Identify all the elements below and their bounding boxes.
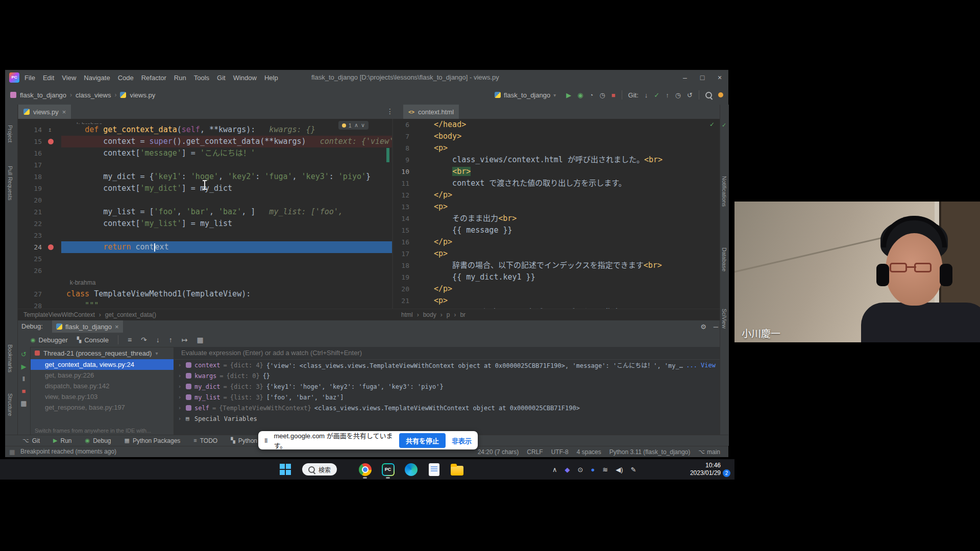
code-line[interactable]: 15 {{ message }} [393, 224, 720, 236]
code-line[interactable]: 10 <br> [393, 166, 720, 178]
line-number[interactable]: 23 [17, 230, 42, 241]
expand-icon[interactable]: › [178, 384, 183, 389]
line-number[interactable]: 24 [17, 241, 42, 253]
editor-context-html[interactable]: ✓ 6</head>7<body>8<p>9 class_views/conte… [393, 119, 720, 309]
coverage-button[interactable]: ◔ [590, 92, 594, 98]
git-history-icon[interactable]: ◷ [675, 92, 681, 98]
run-button[interactable]: ▶ [566, 92, 571, 98]
show-execution-point-icon[interactable]: ≡ [128, 336, 132, 343]
variable-row[interactable]: ›my_list = {list: 3} ['foo', 'bar', 'baz… [174, 392, 720, 403]
taskbar-clock[interactable]: 10:46 2023/01/29 [684, 462, 721, 477]
line-number[interactable]: 15 [17, 136, 42, 147]
status-4[interactable]: 4 spaces [577, 448, 601, 456]
expand-icon[interactable]: › [178, 394, 183, 400]
maximize-button[interactable]: □ [694, 70, 711, 85]
code-line[interactable]: 21<p> [393, 295, 720, 307]
git-toolwindow[interactable]: ⌥Git [22, 437, 40, 444]
restore-layout-icon[interactable]: ▦ [20, 400, 27, 407]
git-rollback-icon[interactable]: ↺ [687, 92, 693, 98]
step-over-icon[interactable]: ↷ [141, 336, 147, 343]
line-number[interactable]: 18 [393, 260, 409, 271]
tab-console[interactable]: ▚Console [77, 336, 109, 344]
breadcrumb-item[interactable]: html [401, 311, 413, 318]
expand-icon[interactable]: › [178, 373, 183, 379]
line-number[interactable]: 13 [393, 201, 409, 213]
inspections-widget[interactable]: 1 ∧ ∨ [338, 121, 369, 130]
variable-row[interactable]: ›context = {dict: 4} {'view': <class_vie… [174, 360, 720, 370]
breadcrumb-item[interactable]: body [423, 311, 436, 318]
line-number[interactable]: 26 [17, 265, 42, 277]
code-line[interactable]: k-brahma [17, 119, 392, 124]
tray-mic-icon[interactable]: ⊙ [578, 466, 583, 473]
run-to-cursor-icon[interactable]: ↦ [182, 336, 188, 343]
line-number[interactable]: 22 [17, 218, 42, 230]
tray-teams-icon[interactable]: ● [591, 466, 595, 473]
git-commit-icon[interactable]: ✓ [654, 92, 659, 98]
code-line[interactable]: 8<p> [393, 142, 720, 154]
menu-file[interactable]: File [24, 74, 35, 82]
debug-button[interactable]: ◉ [577, 92, 583, 98]
menu-refactor[interactable]: Refactor [141, 74, 166, 82]
line-number[interactable]: 28 [17, 300, 42, 309]
chrome-icon[interactable] [357, 462, 373, 477]
code-line[interactable]: 22 context['my_list'] = my_list [17, 218, 392, 230]
breadcrumb-item[interactable]: p [447, 311, 450, 318]
menu-git[interactable]: Git [217, 74, 226, 82]
tab-views-py[interactable]: views.py × [18, 105, 71, 119]
code-line[interactable]: 13<p> [393, 201, 720, 213]
breakpoint-dot[interactable] [48, 139, 54, 144]
status-24:20[interactable]: 24:20 (7 chars) [478, 448, 519, 456]
prev-issue-icon[interactable]: ∧ [354, 122, 358, 129]
status-crlf[interactable]: CRLF [527, 448, 543, 456]
start-button[interactable] [280, 464, 291, 475]
code-line[interactable]: 14 そのまま出力<br> [393, 213, 720, 224]
tab-options-icon[interactable]: ⋮ [386, 107, 394, 115]
code-line[interactable]: k-brahma [17, 277, 392, 288]
update-indicator-icon[interactable] [718, 92, 723, 97]
editor-views-py[interactable]: 1 ∧ ∨ k-brahma14↥ def get_context_data(s… [17, 119, 392, 309]
close-session-icon[interactable]: × [115, 323, 119, 331]
code-line[interactable]: 14↥ def get_context_data(self, **kwargs)… [17, 124, 392, 136]
line-number[interactable]: 8 [393, 142, 409, 154]
line-number[interactable]: 16 [17, 147, 42, 159]
line-number[interactable]: 19 [17, 183, 42, 194]
line-number[interactable]: 16 [393, 236, 409, 248]
taskbar-search[interactable]: 検索 [302, 463, 337, 475]
pycharm-icon[interactable]: PC [380, 462, 396, 477]
edge-icon[interactable] [403, 462, 419, 477]
line-number[interactable]: 27 [17, 288, 42, 300]
line-number[interactable]: 21 [17, 206, 42, 218]
close-tab-icon[interactable]: × [62, 108, 66, 116]
hide-link[interactable]: 非表示 [452, 436, 472, 445]
code-line[interactable]: 18 辞書の場合、以下の記述でインデックスを指定できます<br> [393, 260, 720, 271]
line-number[interactable]: 18 [17, 171, 42, 183]
toolwindow-toggle-icon[interactable]: ▦ [9, 448, 15, 456]
debug-session-tab[interactable]: flask_to_django × [52, 320, 123, 333]
code-line[interactable]: 27class TemplateViewMethod1(TemplateView… [17, 288, 392, 300]
tray-expand-icon[interactable]: ∧ [552, 466, 557, 473]
step-into-icon[interactable]: ↓ [156, 336, 160, 343]
line-number[interactable]: 19 [393, 271, 409, 283]
tray-pen-icon[interactable]: ✎ [631, 466, 636, 473]
code-line[interactable]: 24 return context [17, 241, 392, 253]
menu-run[interactable]: Run [174, 74, 186, 82]
stop-icon[interactable]: ■ [22, 388, 26, 394]
breadcrumb-item[interactable]: class_views [76, 91, 111, 99]
variable-row[interactable]: ›kwargs = {dict: 0} {} [174, 370, 720, 381]
menu-view[interactable]: View [62, 74, 76, 82]
line-number[interactable]: 14 [393, 213, 409, 224]
line-number[interactable]: 14 [17, 124, 42, 136]
breadcrumb-item[interactable]: TemplateViewWithContext [23, 311, 95, 318]
breadcrumb-item[interactable]: br [460, 311, 465, 318]
next-issue-icon[interactable]: ∨ [361, 122, 365, 129]
code-line[interactable]: 6</head> [393, 119, 720, 131]
frame-row[interactable]: view, base.py:103 [31, 391, 174, 402]
todo-toolwindow[interactable]: ≡TODO [193, 437, 217, 444]
status-main[interactable]: ⌥main [698, 448, 720, 456]
python-breadcrumb[interactable]: TemplateViewWithContext›get_context_data… [23, 309, 156, 320]
breakpoint-dot[interactable] [48, 244, 54, 250]
stop-sharing-button[interactable]: 共有を停止 [399, 433, 446, 448]
folder-icon[interactable] [449, 462, 464, 477]
line-number[interactable]: 20 [393, 283, 409, 295]
code-line[interactable]: 28 """ [17, 300, 392, 309]
